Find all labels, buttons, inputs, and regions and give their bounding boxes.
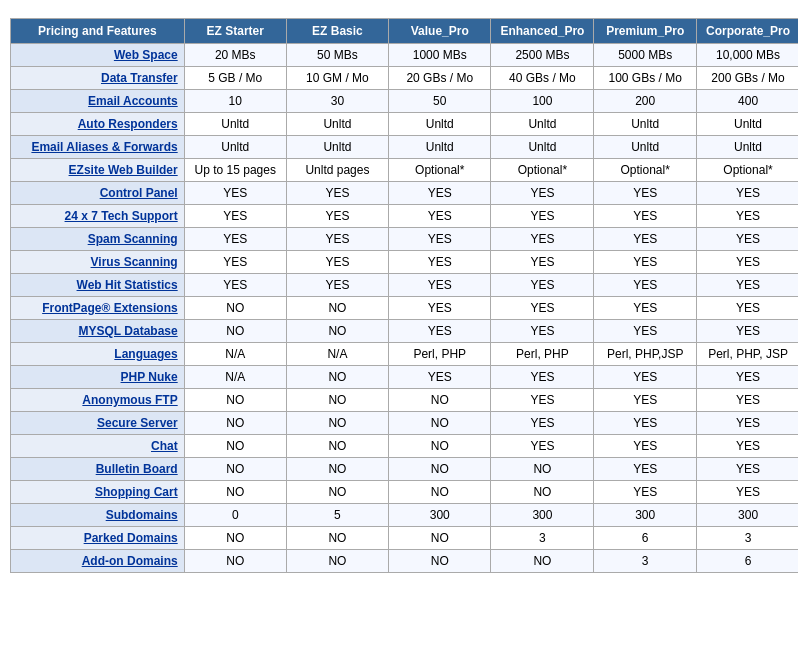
feature-cell[interactable]: Parked Domains	[11, 527, 185, 550]
data-cell-4: YES	[594, 228, 697, 251]
feature-link[interactable]: Virus Scanning	[91, 255, 178, 269]
feature-link[interactable]: PHP Nuke	[121, 370, 178, 384]
data-cell-5: YES	[697, 297, 798, 320]
feature-cell[interactable]: Shopping Cart	[11, 481, 185, 504]
feature-link[interactable]: MYSQL Database	[79, 324, 178, 338]
table-row: EZsite Web BuilderUp to 15 pagesUnltd pa…	[11, 159, 799, 182]
data-cell-0: NO	[184, 458, 286, 481]
feature-cell[interactable]: Email Aliases & Forwards	[11, 136, 185, 159]
data-cell-2: Perl, PHP	[389, 343, 491, 366]
feature-link[interactable]: Web Space	[114, 48, 178, 62]
feature-cell[interactable]: Control Panel	[11, 182, 185, 205]
feature-cell[interactable]: Web Space	[11, 44, 185, 67]
feature-link[interactable]: Parked Domains	[84, 531, 178, 545]
feature-cell[interactable]: MYSQL Database	[11, 320, 185, 343]
data-cell-1: NO	[286, 389, 388, 412]
data-cell-2: YES	[389, 182, 491, 205]
data-cell-2: YES	[389, 320, 491, 343]
data-cell-2: Unltd	[389, 113, 491, 136]
feature-cell[interactable]: FrontPage® Extensions	[11, 297, 185, 320]
feature-cell[interactable]: Data Transfer	[11, 67, 185, 90]
data-cell-1: NO	[286, 320, 388, 343]
data-cell-0: 10	[184, 90, 286, 113]
feature-link[interactable]: Anonymous FTP	[82, 393, 177, 407]
table-row: LanguagesN/AN/APerl, PHPPerl, PHPPerl, P…	[11, 343, 799, 366]
column-header-3: Value_Pro	[389, 19, 491, 44]
data-cell-2: YES	[389, 251, 491, 274]
data-cell-4: YES	[594, 297, 697, 320]
feature-cell[interactable]: Auto Responders	[11, 113, 185, 136]
data-cell-0: YES	[184, 274, 286, 297]
feature-link[interactable]: 24 x 7 Tech Support	[65, 209, 178, 223]
feature-link[interactable]: Control Panel	[100, 186, 178, 200]
feature-cell[interactable]: PHP Nuke	[11, 366, 185, 389]
column-header-6: Corporate_Pro	[697, 19, 798, 44]
table-row: Web Space20 MBs50 MBs1000 MBs2500 MBs500…	[11, 44, 799, 67]
feature-cell[interactable]: Spam Scanning	[11, 228, 185, 251]
data-cell-3: YES	[491, 435, 594, 458]
data-cell-3: YES	[491, 412, 594, 435]
table-row: MYSQL DatabaseNONOYESYESYESYES	[11, 320, 799, 343]
data-cell-0: NO	[184, 412, 286, 435]
feature-link[interactable]: Subdomains	[106, 508, 178, 522]
feature-link[interactable]: Shopping Cart	[95, 485, 178, 499]
feature-cell[interactable]: EZsite Web Builder	[11, 159, 185, 182]
data-cell-4: YES	[594, 366, 697, 389]
data-cell-0: NO	[184, 389, 286, 412]
data-cell-3: Perl, PHP	[491, 343, 594, 366]
feature-link[interactable]: EZsite Web Builder	[69, 163, 178, 177]
data-cell-5: YES	[697, 412, 798, 435]
feature-cell[interactable]: Subdomains	[11, 504, 185, 527]
feature-link[interactable]: Data Transfer	[101, 71, 178, 85]
table-row: ChatNONONOYESYESYES	[11, 435, 799, 458]
feature-link[interactable]: Email Accounts	[88, 94, 178, 108]
data-cell-2: YES	[389, 366, 491, 389]
data-cell-3: YES	[491, 274, 594, 297]
table-row: Parked DomainsNONONO363	[11, 527, 799, 550]
column-header-5: Premium_Pro	[594, 19, 697, 44]
feature-cell[interactable]: Add-on Domains	[11, 550, 185, 573]
data-cell-1: Unltd	[286, 136, 388, 159]
data-cell-3: YES	[491, 251, 594, 274]
data-cell-1: NO	[286, 458, 388, 481]
feature-cell[interactable]: Secure Server	[11, 412, 185, 435]
data-cell-0: NO	[184, 297, 286, 320]
data-cell-1: 5	[286, 504, 388, 527]
table-row: Subdomains05300300300300	[11, 504, 799, 527]
feature-cell[interactable]: Chat	[11, 435, 185, 458]
feature-link[interactable]: Chat	[151, 439, 178, 453]
data-cell-2: 50	[389, 90, 491, 113]
data-cell-0: YES	[184, 205, 286, 228]
feature-link[interactable]: Secure Server	[97, 416, 178, 430]
feature-link[interactable]: Languages	[114, 347, 177, 361]
data-cell-4: YES	[594, 389, 697, 412]
data-cell-4: 6	[594, 527, 697, 550]
feature-cell[interactable]: Web Hit Statistics	[11, 274, 185, 297]
feature-cell[interactable]: Languages	[11, 343, 185, 366]
feature-cell[interactable]: Email Accounts	[11, 90, 185, 113]
data-cell-4: YES	[594, 182, 697, 205]
feature-cell[interactable]: 24 x 7 Tech Support	[11, 205, 185, 228]
feature-link[interactable]: Spam Scanning	[88, 232, 178, 246]
feature-cell[interactable]: Virus Scanning	[11, 251, 185, 274]
data-cell-1: YES	[286, 228, 388, 251]
table-row: PHP NukeN/ANOYESYESYESYES	[11, 366, 799, 389]
feature-link[interactable]: Email Aliases & Forwards	[31, 140, 177, 154]
comparison-table: Pricing and FeaturesEZ StarterEZ BasicVa…	[10, 18, 798, 573]
feature-cell[interactable]: Bulletin Board	[11, 458, 185, 481]
feature-cell[interactable]: Anonymous FTP	[11, 389, 185, 412]
data-cell-5: 200 GBs / Mo	[697, 67, 798, 90]
feature-link[interactable]: Auto Responders	[78, 117, 178, 131]
data-cell-4: YES	[594, 412, 697, 435]
data-cell-2: YES	[389, 274, 491, 297]
feature-link[interactable]: Bulletin Board	[96, 462, 178, 476]
feature-link[interactable]: Web Hit Statistics	[77, 278, 178, 292]
data-cell-3: 100	[491, 90, 594, 113]
data-cell-3: NO	[491, 550, 594, 573]
table-row: 24 x 7 Tech SupportYESYESYESYESYESYES	[11, 205, 799, 228]
table-row: Data Transfer5 GB / Mo10 GM / Mo20 GBs /…	[11, 67, 799, 90]
feature-link[interactable]: FrontPage® Extensions	[42, 301, 178, 315]
data-cell-5: Unltd	[697, 113, 798, 136]
feature-link[interactable]: Add-on Domains	[82, 554, 178, 568]
data-cell-0: Up to 15 pages	[184, 159, 286, 182]
